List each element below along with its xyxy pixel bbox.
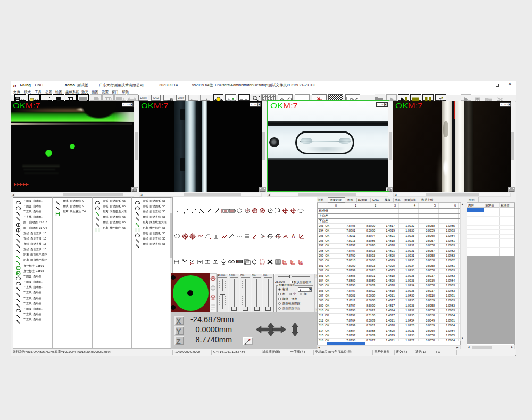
svg-text:φ: φ [300,260,303,265]
svg-text:Z: Z [177,338,181,345]
svg-text:Y: Y [177,328,181,335]
svg-text:X: X [177,318,181,325]
svg-text:A: A [292,234,295,240]
svg-text:x: x [284,260,286,264]
svg-text:r: r [292,260,294,264]
